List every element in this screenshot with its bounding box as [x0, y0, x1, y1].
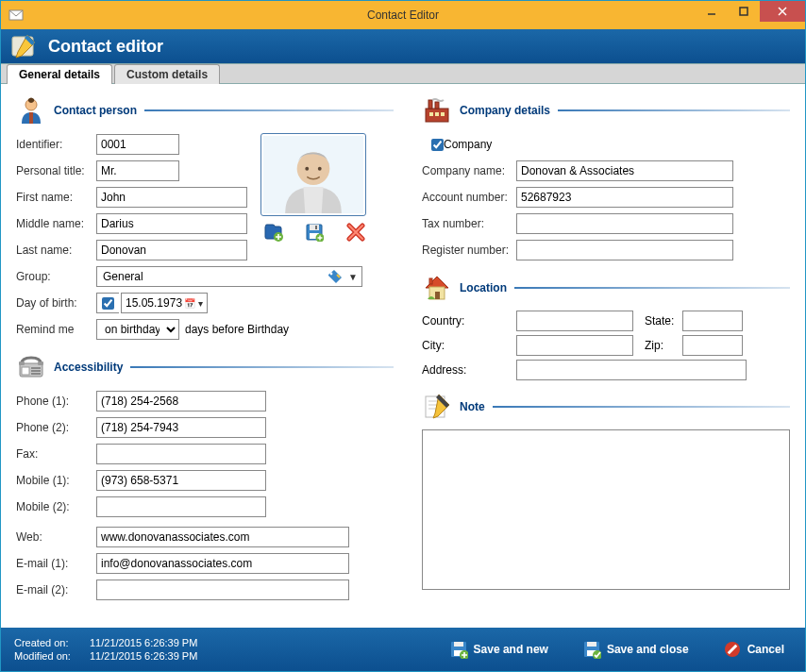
content-area: Contact person Identifier: Personal titl…	[1, 84, 805, 628]
dropdown-group[interactable]: General ▼	[96, 266, 362, 287]
svg-point-10	[318, 167, 322, 171]
svg-rect-30	[435, 102, 439, 109]
svg-rect-21	[31, 370, 41, 372]
footer-meta: Created on:11/21/2015 6:26:39 PM Modifie…	[14, 637, 197, 662]
group-title-accessibility: Accessibility	[54, 361, 123, 374]
tab-general-details[interactable]: General details	[7, 64, 112, 84]
label-country: Country:	[422, 314, 516, 328]
calendar-icon: 📅	[184, 298, 195, 309]
svg-rect-13	[310, 225, 319, 230]
input-last-name[interactable]	[96, 240, 247, 260]
save-new-icon	[449, 640, 468, 659]
input-country[interactable]	[516, 311, 633, 331]
input-address[interactable]	[516, 360, 747, 380]
svg-rect-26	[429, 112, 433, 116]
label-identifier: Identifier:	[16, 138, 96, 151]
group-location: Location Country: State: City: Zip: Addr…	[422, 273, 790, 380]
cancel-icon	[723, 640, 742, 659]
input-mobile1[interactable]	[96, 470, 266, 491]
input-personal-title[interactable]	[96, 160, 179, 181]
label-remind-suffix: days before Birthday	[185, 323, 289, 336]
svg-rect-14	[315, 226, 317, 229]
label-fax: Fax:	[16, 447, 96, 461]
label-modified-on: Modified on:	[14, 650, 90, 662]
input-city[interactable]	[516, 335, 633, 356]
label-phone1: Phone (1):	[16, 395, 96, 408]
group-title-note: Note	[460, 400, 485, 413]
group-accessibility: Accessibility Phone (1): Phone (2): Fax:…	[16, 352, 394, 601]
label-address: Address:	[422, 363, 516, 377]
input-zip[interactable]	[682, 335, 743, 356]
svg-rect-27	[435, 112, 439, 116]
photo-placeholder-icon	[263, 136, 363, 213]
label-web: Web:	[16, 530, 96, 544]
label-middle-name: Middle name:	[16, 217, 96, 230]
input-state[interactable]	[682, 311, 743, 331]
label-city: City:	[422, 339, 516, 352]
input-company-name[interactable]	[516, 160, 733, 181]
textarea-note[interactable]	[422, 429, 790, 590]
window-close-button[interactable]	[760, 1, 805, 22]
input-fax[interactable]	[96, 444, 266, 464]
svg-rect-29	[428, 100, 432, 109]
phone-fax-icon	[16, 352, 46, 382]
checkbox-dob-enabled[interactable]	[96, 293, 119, 313]
svg-rect-22	[31, 373, 41, 375]
input-register-number[interactable]	[516, 240, 733, 260]
label-personal-title: Personal title:	[16, 164, 96, 177]
svg-rect-28	[441, 112, 445, 116]
svg-rect-39	[454, 642, 463, 647]
group-title-company: Company details	[460, 104, 550, 117]
chevron-down-icon: ▾	[198, 298, 203, 309]
input-web[interactable]	[96, 527, 349, 547]
input-phone1[interactable]	[96, 391, 266, 412]
input-first-name[interactable]	[96, 187, 247, 208]
label-state: State:	[645, 314, 682, 328]
label-mobile2: Mobile (2):	[16, 500, 96, 513]
factory-icon	[422, 95, 452, 126]
button-save-and-close[interactable]: Save and close	[575, 636, 697, 663]
svg-rect-19	[22, 367, 29, 375]
label-dob: Day of birth:	[16, 296, 96, 310]
input-tax-number[interactable]	[516, 213, 733, 234]
svg-rect-24	[38, 361, 43, 365]
label-email2: E-mail (2):	[16, 583, 96, 596]
input-middle-name[interactable]	[96, 213, 247, 234]
tag-icon	[327, 269, 343, 284]
input-email1[interactable]	[96, 553, 349, 574]
group-note: Note	[422, 392, 790, 593]
tab-custom-details[interactable]: Custom details	[114, 64, 220, 84]
contact-photo[interactable]	[260, 133, 366, 216]
input-phone2[interactable]	[96, 417, 266, 438]
svg-rect-20	[31, 367, 41, 369]
datepicker-dob[interactable]: 15.05.1973 📅 ▾	[121, 293, 208, 313]
input-email2[interactable]	[96, 580, 349, 600]
input-identifier[interactable]	[96, 134, 179, 155]
svg-rect-43	[587, 642, 596, 647]
window-maximize-button[interactable]	[728, 1, 760, 22]
editor-header: Contact editor	[1, 29, 805, 63]
svg-rect-23	[19, 361, 25, 365]
group-title-location: Location	[460, 281, 507, 294]
group-company-details: Company details Company Company name: Ac…	[422, 95, 790, 261]
chevron-down-icon: ▼	[348, 272, 358, 282]
group-contact-person: Contact person Identifier: Personal titl…	[16, 95, 394, 341]
svg-rect-33	[429, 278, 432, 284]
window-minimize-button[interactable]	[696, 1, 728, 22]
label-group: Group:	[16, 270, 96, 283]
input-mobile2[interactable]	[96, 496, 266, 517]
photo-add-button[interactable]	[262, 222, 283, 243]
label-phone2: Phone (2):	[16, 421, 96, 434]
editor-title: Contact editor	[48, 37, 163, 57]
person-icon	[16, 95, 46, 126]
label-company-name: Company name:	[422, 164, 516, 177]
button-save-and-new[interactable]: Save and new	[442, 636, 556, 663]
input-account-number[interactable]	[516, 187, 733, 208]
photo-save-button[interactable]	[304, 222, 325, 243]
checkbox-company[interactable]	[431, 139, 444, 151]
photo-delete-button[interactable]	[345, 222, 366, 243]
editor-footer: Created on:11/21/2015 6:26:39 PM Modifie…	[1, 628, 805, 671]
select-remind[interactable]: on birthday	[96, 319, 179, 340]
tabs-row: General details Custom details	[1, 63, 805, 84]
button-cancel[interactable]: Cancel	[715, 636, 792, 663]
